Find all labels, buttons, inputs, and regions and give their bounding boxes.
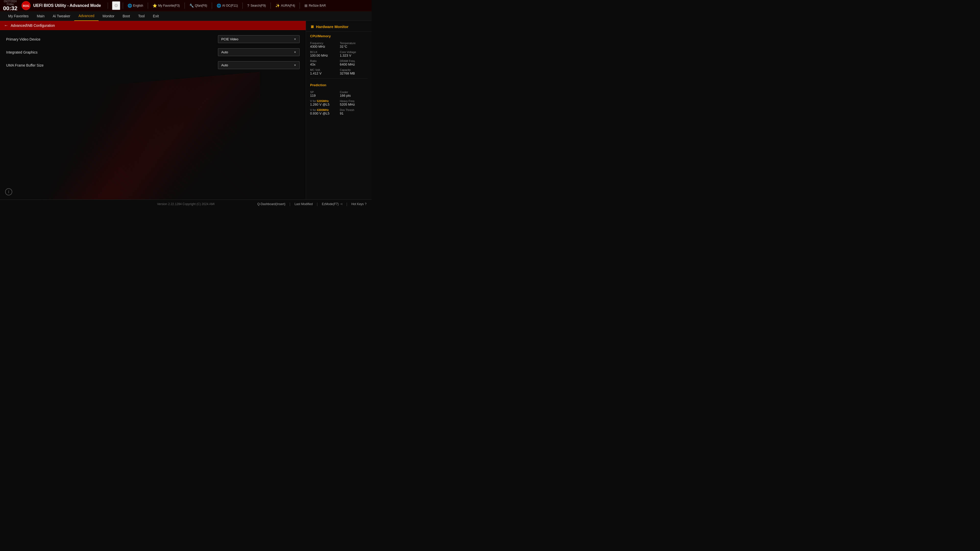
setting-label-integrated-graphics: Integrated Graphics [6,50,218,54]
setting-control-uma-frame-buffer: Auto ▼ [218,61,300,69]
topbar-divider [108,3,108,9]
hw-cpu-memory-grid: Frequency 4300 MHz Temperature 31°C BCLK… [306,40,372,76]
search-label: Search(F9) [251,4,266,7]
hw-prediction-grid: SP 119 Cooler 166 pts V for 5205MHz 1.26… [306,89,372,116]
aura-button[interactable]: ✨ AURA(F4) [273,3,297,8]
settings-list: Primary Video Device PCIE Video ▼ Integr… [0,30,306,184]
nav-ai-tweaker[interactable]: Ai Tweaker [48,11,74,21]
qfan-label: Qfan(F6) [195,4,207,7]
setting-label-primary-video: Primary Video Device [6,37,218,41]
uma-frame-buffer-value: Auto [221,63,228,67]
hw-capacity-label: Capacity 32768 MB [340,67,368,75]
nav-boot[interactable]: Boot [118,11,134,21]
setting-label-uma-frame-buffer: UMA Frame Buffer Size [6,63,218,67]
setting-row-primary-video: Primary Video Device PCIE Video ▼ [0,33,306,46]
fan-icon: 🔧 [189,3,194,8]
ai-icon: 🌐 [217,3,221,8]
breadcrumb: ← Advanced\NB Configuration [0,21,306,30]
ezmode-button[interactable]: EzMode(F7) ⊣ [322,202,342,206]
hw-core-voltage-label: Core Voltage 1.323 V [340,49,368,57]
integrated-graphics-value: Auto [221,50,228,54]
hardware-monitor-panel: 🖥 Hardware Monitor CPU/Memory Frequency … [306,21,372,200]
footer-sep-3: | [346,202,347,206]
resize-icon: ⊞ [304,3,307,8]
dropdown-arrow-2: ▼ [294,51,296,54]
breadcrumb-text: Advanced\NB Configuration [11,24,55,27]
content-area: ← Advanced\NB Configuration Primary Vide… [0,21,372,200]
footer: Version 2.22.1284 Copyright (C) 2024 AMI… [0,200,372,208]
setting-row-uma-frame-buffer: UMA Frame Buffer Size Auto ▼ [0,59,306,72]
ai-oc-button[interactable]: 🌐 AI OC(F11) [215,3,240,8]
hw-cooler-label: Cooler 166 pts [340,89,368,97]
hw-dos-thresh-label: Dos Thresh 91 [340,107,368,115]
qfan-button[interactable]: 🔧 Qfan(F6) [187,3,209,8]
uma-frame-buffer-dropdown[interactable]: Auto ▼ [218,61,300,69]
datetime-area: 09/27/2024 Friday 00:32 [3,0,18,11]
nav-advanced[interactable]: Advanced [74,11,98,21]
hw-prediction-title: Prediction [306,81,372,89]
dropdown-arrow-3: ▼ [294,64,296,67]
rog-logo-icon: ROG [21,1,30,10]
footer-sep-2: | [317,202,318,206]
nav-main[interactable]: Main [33,11,48,21]
globe-icon: 🌐 [127,3,132,8]
aura-icon: ✨ [275,3,280,8]
clock-display: 00:32 [3,6,18,11]
hw-mc-volt-label: MC Volt. 1.412 V [310,67,338,75]
setting-row-integrated-graphics: Integrated Graphics Auto ▼ [0,46,306,59]
hw-v-4300-label: V for 4300MHz 0.930 V @L5 [310,107,338,115]
setting-control-integrated-graphics: Auto ▼ [218,48,300,56]
star-icon: ⭐ [153,3,157,8]
aura-label: AURA(F4) [281,4,295,7]
top-bar: 09/27/2024 Friday 00:32 ROG UEFI BIOS Ut… [0,0,372,11]
main-panel: ← Advanced\NB Configuration Primary Vide… [0,21,306,200]
logo-area: ROG UEFI BIOS Utility - Advanced Mode [21,1,101,10]
hw-temperature-label: Temperature 31°C [340,41,368,48]
primary-video-value: PCIE Video [221,37,239,41]
nav-monitor[interactable]: Monitor [99,11,119,21]
q-dashboard-button[interactable]: Q-Dashboard(Insert) [257,202,285,206]
info-area: i [0,184,306,200]
hw-heavy-freq-label: Heavy Freq 5205 MHz [340,98,368,106]
resize-label: ReSize BAR [309,4,326,7]
hw-v-5205-label: V for 5205MHz 1.260 V @L5 [310,98,338,106]
date-display: 09/27/2024 [4,0,17,3]
nav-my-favorites[interactable]: My Favorites [4,11,33,21]
hw-monitor-icon: 🖥 [310,24,314,29]
hot-keys-icon: ? [365,202,366,206]
topbar-buttons: ⚙ 🌐 English ⭐ My Favorite(F3) 🔧 Qfan(F6)… [112,1,369,10]
hw-bclk-label: BCLK 100.00 MHz [310,49,338,57]
resize-bar-button[interactable]: ⊞ ReSize BAR [302,3,328,8]
app-title: UEFI BIOS Utility - Advanced Mode [33,3,101,8]
language-label: English [133,4,143,7]
my-favorite-label: My Favorite(F3) [158,4,180,7]
back-button[interactable]: ← [4,23,8,28]
nav-bar: My Favorites Main Ai Tweaker Advanced Mo… [0,11,372,21]
ezmode-icon: ⊣ [340,202,342,206]
my-favorite-button[interactable]: ⭐ My Favorite(F3) [151,3,182,8]
hot-keys-button[interactable]: Hot Keys ? [352,202,366,206]
hw-monitor-title: 🖥 Hardware Monitor [306,21,372,32]
settings-button[interactable]: ⚙ [112,1,120,10]
primary-video-dropdown[interactable]: PCIE Video ▼ [218,35,300,43]
search-button[interactable]: ? Search(F9) [245,3,268,8]
hw-ratio-label: Ratio 43x [310,59,338,66]
divider-3 [185,3,185,9]
search-icon: ? [247,3,249,8]
info-icon[interactable]: i [5,188,12,195]
footer-version: Version 2.22.1284 Copyright (C) 2024 AMI [157,202,215,206]
footer-sep-1: | [290,202,290,206]
svg-text:ROG: ROG [23,4,29,7]
hw-cpu-memory-title: CPU/Memory [306,32,372,40]
divider-5 [242,3,243,9]
divider-6 [270,3,271,9]
last-modified-button[interactable]: Last Modified [294,202,313,206]
divider-2 [148,3,148,9]
language-button[interactable]: 🌐 English [126,3,145,8]
hw-divider-1 [310,78,368,79]
nav-exit[interactable]: Exit [149,11,163,21]
hw-dram-freq-label: DRAM Freq. 6400 MHz [340,59,368,66]
nav-tool[interactable]: Tool [134,11,149,21]
integrated-graphics-dropdown[interactable]: Auto ▼ [218,48,300,56]
dropdown-arrow-1: ▼ [294,38,296,41]
